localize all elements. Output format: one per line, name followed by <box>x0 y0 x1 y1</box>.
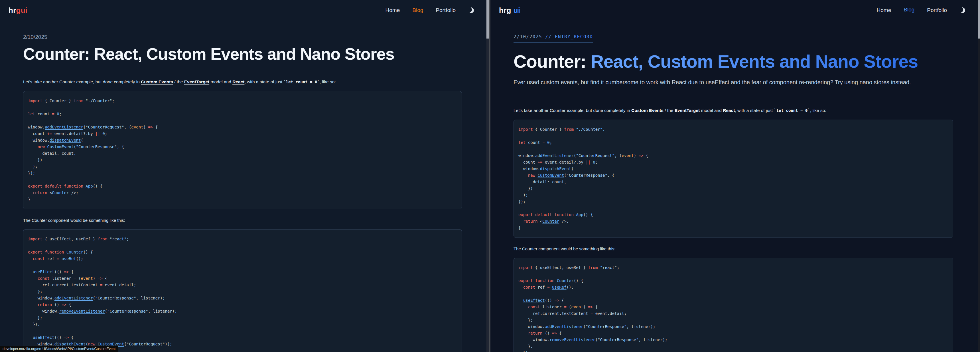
code-token: } <box>28 197 30 202</box>
code-token-link[interactable]: dispatchEvent <box>540 166 571 171</box>
code-token <box>519 305 528 309</box>
code-token: return <box>33 190 47 195</box>
code-line: }; <box>28 315 457 321</box>
code-token <box>519 285 523 290</box>
code-token: ref <box>45 256 57 261</box>
inline-link[interactable]: React <box>723 108 735 113</box>
code-token-link[interactable]: dispatchEvent <box>49 138 81 142</box>
date-row: 2/10/2025 // ENTRY_RECORD <box>514 34 953 43</box>
site-logo[interactable]: hrgui <box>8 6 28 15</box>
code-token: { <box>67 302 71 307</box>
text-segment: model and <box>700 108 723 113</box>
code-token <box>59 256 62 261</box>
scrollbar-track[interactable] <box>487 0 489 352</box>
code-token: { <box>69 269 73 274</box>
scrollbar-thumb[interactable] <box>978 0 980 38</box>
text-segment: / the <box>173 79 184 84</box>
code-token-link[interactable]: CustomEvent <box>538 173 564 178</box>
code-token: }; <box>28 289 43 294</box>
theme-toggle-button[interactable] <box>959 7 967 14</box>
code-token-link[interactable]: useRef <box>62 256 76 261</box>
code-token-link[interactable]: CustomEvent <box>47 144 73 149</box>
theme-toggle-button[interactable] <box>468 7 476 14</box>
code-token: 0 <box>102 131 105 136</box>
code-block-app: import { Counter } from "./Counter"; let… <box>514 120 953 238</box>
code-token: event <box>622 153 633 158</box>
code-token <box>28 190 33 195</box>
code-token <box>28 335 33 340</box>
code-token-link[interactable]: addEventListener <box>54 296 93 300</box>
code-token: => <box>64 335 69 340</box>
code-token-link[interactable]: addEventListener <box>45 125 83 129</box>
code-token: ; <box>595 160 598 165</box>
code-token: (); <box>566 285 574 290</box>
code-token-link[interactable]: removeEventListener <box>550 338 595 342</box>
code-token <box>28 302 38 307</box>
code-line: return <Counter />; <box>519 218 948 225</box>
code-line: let count = 0; <box>28 111 457 117</box>
text-segment: , like so: <box>320 79 336 84</box>
code-token-link[interactable]: removeEventListener <box>59 309 105 314</box>
code-line: const ref = useRef(); <box>28 256 457 262</box>
between-paragraph: The Counter component would be something… <box>23 218 462 223</box>
inline-link[interactable]: EventTarget <box>675 108 700 113</box>
code-token: let <box>28 112 35 116</box>
code-token: ; <box>617 265 619 270</box>
code-token-link[interactable]: Counter <box>542 219 559 224</box>
inline-link[interactable]: Custom Events <box>631 108 663 113</box>
code-token: || <box>95 131 100 136</box>
code-line: detail: count, <box>519 179 948 185</box>
code-token-link[interactable]: Counter <box>52 190 69 195</box>
code-token-link[interactable]: addEventListener <box>545 324 583 329</box>
scrollbar-thumb[interactable] <box>487 0 489 38</box>
nav-item-portfolio[interactable]: Portfolio <box>927 7 947 13</box>
code-token <box>598 265 600 270</box>
code-token-link[interactable]: addEventListener <box>535 153 574 158</box>
inline-code: `let count = 0` <box>774 108 810 113</box>
code-token <box>43 184 45 189</box>
code-token: event.detail; <box>102 283 136 287</box>
inline-link[interactable]: React <box>232 79 244 84</box>
code-line: new CustomEvent("CounterResponse", { <box>519 172 948 179</box>
nav-item-blog[interactable]: Blog <box>904 6 915 14</box>
code-token: const <box>33 256 45 261</box>
nav-item-home[interactable]: Home <box>877 7 891 13</box>
code-token: (); <box>76 256 83 261</box>
code-token: }); <box>519 350 530 352</box>
nav-item-portfolio[interactable]: Portfolio <box>436 7 456 13</box>
code-token-link[interactable]: useEffect <box>33 269 54 274</box>
code-token: window. <box>519 153 535 158</box>
code-token: (() <box>54 269 64 274</box>
code-token: = <box>73 276 76 281</box>
scrollbar-track[interactable] <box>978 0 980 352</box>
code-token <box>550 285 552 290</box>
code-line: }); <box>28 170 457 176</box>
code-line <box>28 104 457 111</box>
inline-link[interactable]: EventTarget <box>184 79 209 84</box>
code-token: ( <box>564 173 566 178</box>
site-header: hrgui HomeBlogPortfolio <box>0 0 489 21</box>
code-token: 0 <box>547 140 549 145</box>
code-line: let count = 0; <box>519 139 948 146</box>
entry-record-label: 2/10/2025 // ENTRY_RECORD <box>514 34 593 43</box>
code-token-link[interactable]: useRef <box>552 285 566 290</box>
code-token: , ( <box>124 125 131 129</box>
code-token: ( <box>76 276 81 281</box>
inline-link[interactable]: Custom Events <box>141 79 173 84</box>
code-line: useEffect(() => { <box>28 269 457 275</box>
nav-item-blog[interactable]: Blog <box>412 7 423 13</box>
nav-item-home[interactable]: Home <box>385 7 400 13</box>
code-token: () <box>52 302 62 307</box>
code-token-link[interactable]: useEffect <box>523 298 545 302</box>
code-token: const <box>523 285 535 290</box>
code-token: count <box>35 112 52 116</box>
code-token: ( <box>73 144 76 149</box>
code-token: }; <box>28 315 43 320</box>
site-logo[interactable]: hrgui <box>499 6 520 15</box>
code-token: , { <box>607 173 614 178</box>
entry-record-suffix: // ENTRY_RECORD <box>545 34 593 39</box>
code-line: window.dispatchEvent( <box>519 166 948 172</box>
code-token: export <box>28 250 43 254</box>
code-token: "CounterRequest" <box>127 342 165 346</box>
code-token-link[interactable]: useEffect <box>33 335 54 340</box>
